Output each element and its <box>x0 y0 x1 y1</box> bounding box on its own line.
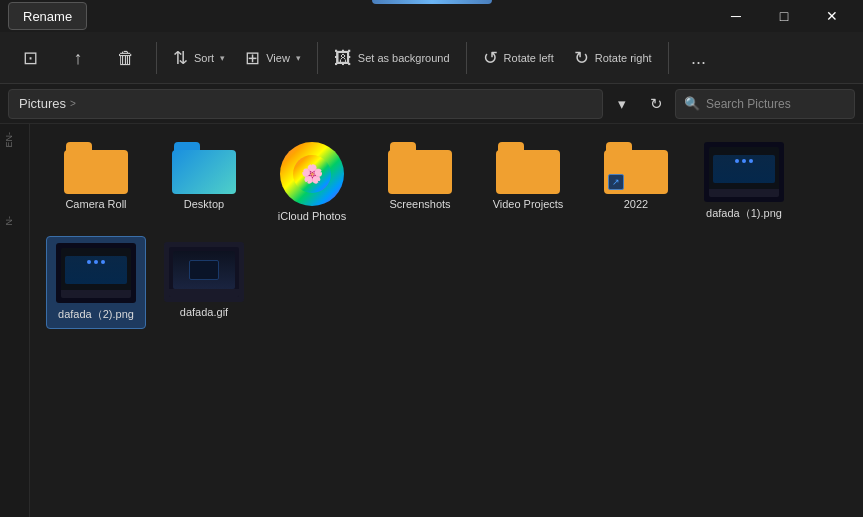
folder-body <box>388 150 452 194</box>
rotate-right-label: Rotate right <box>595 52 652 64</box>
copy-icon: ⊡ <box>23 49 38 67</box>
thumb-dot <box>94 260 98 264</box>
thumb-screen <box>61 248 131 298</box>
title-bar: Rename ─ □ ✕ <box>0 0 863 32</box>
minimize-button[interactable]: ─ <box>713 0 759 32</box>
breadcrumb-chevron-icon: > <box>70 98 76 109</box>
folder-icon <box>388 142 452 194</box>
separator-4 <box>668 42 669 74</box>
thumb-taskbar <box>61 290 131 298</box>
more-icon: ... <box>691 49 706 67</box>
list-item[interactable]: Desktop <box>154 136 254 228</box>
sort-label: Sort <box>194 52 214 64</box>
file-name: dafada（2).png <box>58 307 134 322</box>
share-icon: ↑ <box>74 49 83 67</box>
list-item[interactable]: Video Projects <box>478 136 578 228</box>
window-controls: ─ □ ✕ <box>713 0 855 32</box>
search-box: 🔍 <box>675 89 855 119</box>
rename-button[interactable]: Rename <box>8 2 87 30</box>
window-accent <box>372 0 492 4</box>
folder-icon: ↗ <box>604 142 668 194</box>
list-item[interactable]: Camera Roll <box>46 136 146 228</box>
file-name: Video Projects <box>493 198 564 210</box>
separator-1 <box>156 42 157 74</box>
breadcrumb-path-label: Pictures <box>19 96 66 111</box>
breadcrumb-bar: Pictures > ▾ ↻ 🔍 <box>0 84 863 124</box>
maximize-button[interactable]: □ <box>761 0 807 32</box>
close-button[interactable]: ✕ <box>809 0 855 32</box>
folder-body <box>172 150 236 194</box>
copy-button[interactable]: ⊡ <box>8 36 52 80</box>
image-thumbnail <box>164 242 244 302</box>
search-input[interactable] <box>706 97 846 111</box>
view-button[interactable]: ⊞ View ▾ <box>237 36 309 80</box>
breadcrumb-dropdown-button[interactable]: ▾ <box>607 89 637 119</box>
set-background-button[interactable]: 🖼 Set as background <box>326 36 458 80</box>
more-button[interactable]: ... <box>677 36 721 80</box>
thumb-dot <box>735 159 739 163</box>
thumb-dot <box>87 260 91 264</box>
breadcrumb-refresh-button[interactable]: ↻ <box>641 89 671 119</box>
file-name: iCloud Photos <box>278 210 347 222</box>
thumb-dots <box>87 260 105 264</box>
list-item[interactable]: dafada.gif <box>154 236 254 329</box>
sort-chevron-icon: ▾ <box>220 53 225 63</box>
thumb-screen <box>709 147 779 197</box>
breadcrumb[interactable]: Pictures > <box>8 89 603 119</box>
sort-icon: ⇅ <box>173 49 188 67</box>
content-area: EN- N- Camera Roll Desktop <box>0 124 863 517</box>
file-grid: Camera Roll Desktop <box>30 124 863 517</box>
sort-button[interactable]: ⇅ Sort ▾ <box>165 36 233 80</box>
delete-icon: 🗑 <box>117 49 135 67</box>
share-button[interactable]: ↑ <box>56 36 100 80</box>
delete-button[interactable]: 🗑 <box>104 36 148 80</box>
file-name: Camera Roll <box>65 198 126 210</box>
thumb-taskbar <box>709 189 779 197</box>
image-thumbnail <box>56 243 136 303</box>
file-name: 2022 <box>624 198 648 210</box>
icloud-icon: 🌸 <box>280 142 344 206</box>
shortcut-badge: ↗ <box>608 174 624 190</box>
folder-body <box>496 150 560 194</box>
list-item[interactable]: Screenshots <box>370 136 470 228</box>
list-item[interactable]: dafada（1).png <box>694 136 794 228</box>
thumb-dot <box>101 260 105 264</box>
sidebar-label-2: N- <box>4 216 25 226</box>
list-item[interactable]: dafada（2).png <box>46 236 146 329</box>
folder-icon <box>64 142 128 194</box>
rotate-left-icon: ↺ <box>483 49 498 67</box>
thumb-dot <box>742 159 746 163</box>
view-chevron-icon: ▾ <box>296 53 301 63</box>
folder-body <box>64 150 128 194</box>
view-icon: ⊞ <box>245 49 260 67</box>
search-icon: 🔍 <box>684 96 700 111</box>
rotate-right-button[interactable]: ↻ Rotate right <box>566 36 660 80</box>
separator-3 <box>466 42 467 74</box>
image-thumbnail <box>704 142 784 202</box>
set-background-label: Set as background <box>358 52 450 64</box>
thumb-dot <box>749 159 753 163</box>
file-name: Desktop <box>184 198 224 210</box>
folder-icon <box>496 142 560 194</box>
left-sidebar: EN- N- <box>0 124 30 517</box>
list-item[interactable]: ↗ 2022 <box>586 136 686 228</box>
file-name: Screenshots <box>389 198 450 210</box>
background-icon: 🖼 <box>334 49 352 67</box>
view-label: View <box>266 52 290 64</box>
svg-text:🌸: 🌸 <box>301 163 324 185</box>
sidebar-label-1: EN- <box>4 132 25 148</box>
thumb-taskbar <box>169 289 239 297</box>
rotate-right-icon: ↻ <box>574 49 589 67</box>
folder-icon <box>172 142 236 194</box>
list-item[interactable]: 🌸 iCloud Photos <box>262 136 362 228</box>
separator-2 <box>317 42 318 74</box>
file-name: dafada（1).png <box>706 206 782 221</box>
toolbar: ⊡ ↑ 🗑 ⇅ Sort ▾ ⊞ View ▾ 🖼 Set as backgro… <box>0 32 863 84</box>
file-name: dafada.gif <box>180 306 228 318</box>
title-bar-left: Rename <box>8 2 87 30</box>
thumb-screen <box>169 247 239 297</box>
rotate-left-button[interactable]: ↺ Rotate left <box>475 36 562 80</box>
thumb-dots <box>735 159 753 163</box>
rotate-left-label: Rotate left <box>504 52 554 64</box>
breadcrumb-actions: ▾ ↻ <box>607 89 671 119</box>
